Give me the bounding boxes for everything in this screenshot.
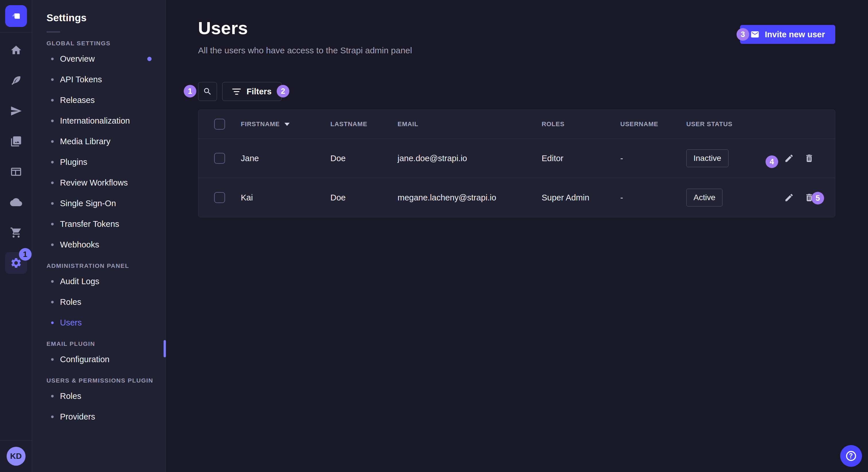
filters-button[interactable]: Filters [222, 82, 282, 101]
rail-icon-list: 1 [0, 32, 32, 274]
table-row[interactable]: Kai Doe megane.lacheny@strapi.io Super A… [198, 178, 835, 217]
column-header-user-status[interactable]: USER STATUS [676, 121, 762, 128]
sidebar-item-label: Releases [60, 96, 95, 105]
sidebar-item-review-workflows[interactable]: Review Workflows [46, 172, 158, 193]
pencil-icon [784, 154, 794, 163]
user-status-badge: Active [686, 189, 722, 206]
sidebar-item-providers[interactable]: Providers [46, 406, 158, 427]
sidebar-item-media-library[interactable]: Media Library [46, 131, 158, 152]
table-body: Jane Doe jane.doe@strapi.io Editor - Ina… [198, 138, 835, 217]
strapi-logo[interactable] [5, 5, 27, 27]
sidebar-item-label: Plugins [60, 158, 87, 167]
annotation-badge-5: 5 [811, 192, 824, 204]
sidebar-item-transfer-tokens[interactable]: Transfer Tokens [46, 214, 158, 234]
sort-desc-icon [284, 123, 290, 126]
media-library-icon[interactable] [5, 131, 27, 152]
column-header-username[interactable]: USERNAME [610, 121, 676, 128]
bullet-icon [51, 120, 54, 122]
marketplace-cart-icon[interactable] [5, 222, 27, 243]
bullet-icon [51, 58, 54, 60]
sidebar-item-list: Roles Providers [46, 386, 166, 427]
bullet-icon [51, 280, 54, 283]
sidebar-item-roles[interactable]: Roles [46, 386, 158, 406]
annotation-badge-3: 3 [737, 28, 749, 41]
bullet-icon [51, 395, 54, 398]
list-toolbar: Filters [198, 82, 282, 101]
annotation-badge-1: 1 [184, 85, 196, 98]
bullet-icon [51, 243, 54, 246]
logo-container [0, 0, 32, 32]
cell-firstname: Jane [230, 154, 320, 163]
column-header-email[interactable]: EMAIL [387, 121, 531, 128]
search-button[interactable] [198, 82, 217, 101]
edit-user-button[interactable] [783, 192, 795, 203]
delete-user-button[interactable] [803, 153, 815, 164]
bullet-icon [51, 223, 54, 225]
sidebar-item-label: API Tokens [60, 75, 102, 84]
edit-user-button[interactable] [783, 153, 795, 164]
help-button[interactable] [840, 445, 862, 467]
filter-lines-icon [232, 89, 241, 95]
sidebar-item-label: Overview [60, 54, 95, 64]
column-header-firstname[interactable]: FIRSTNAME [230, 121, 320, 128]
column-header-roles[interactable]: ROLES [531, 121, 610, 128]
sidebar-item-configuration[interactable]: Configuration [46, 349, 158, 370]
sidebar-item-label: Users [60, 318, 82, 328]
sidebar-item-list: Configuration [46, 349, 166, 370]
bullet-icon [51, 415, 54, 418]
user-avatar[interactable]: KD [7, 447, 26, 466]
cell-lastname: Doe [320, 154, 387, 163]
sidebar-section-header: GLOBAL SETTINGS [46, 40, 166, 47]
bullet-icon [51, 322, 54, 324]
sidebar-item-label: Review Workflows [60, 178, 128, 188]
sidebar-item-webhooks[interactable]: Webhooks [46, 234, 158, 255]
sidebar-item-label: Media Library [60, 137, 111, 146]
cell-lastname: Doe [320, 193, 387, 202]
cell-email: jane.doe@strapi.io [387, 154, 531, 163]
filters-label: Filters [247, 87, 272, 96]
sidebar-item-audit-logs[interactable]: Audit Logs [46, 271, 158, 292]
bullet-icon [51, 140, 54, 143]
settings-sidebar: Settings GLOBAL SETTINGS Overview API To… [32, 0, 166, 472]
sidebar-section-header: EMAIL PLUGIN [46, 340, 166, 347]
content-manager-feather-icon[interactable] [5, 70, 27, 92]
releases-plane-icon[interactable] [5, 100, 27, 122]
table-header-row: FIRSTNAME LASTNAME EMAIL ROLES USERNAME … [198, 110, 835, 138]
sidebar-item-list: Audit Logs Roles Users [46, 271, 166, 333]
rail-footer: KD [0, 440, 32, 472]
sidebar-section: USERS & PERMISSIONS PLUGIN Roles Provide… [46, 377, 166, 427]
cell-email: megane.lacheny@strapi.io [387, 193, 531, 202]
sidebar-section: GLOBAL SETTINGS Overview API Tokens Rele… [46, 40, 166, 255]
sidebar-item-label: Webhooks [60, 240, 99, 249]
sidebar-item-internationalization[interactable]: Internationalization [46, 110, 158, 131]
sidebar-item-label: Transfer Tokens [60, 220, 119, 229]
invite-new-user-button[interactable]: Invite new user [740, 25, 835, 44]
settings-notification-badge: 1 [19, 248, 32, 261]
sidebar-item-users[interactable]: Users [46, 312, 158, 333]
users-page: Users All the users who have access to t… [166, 0, 868, 472]
settings-gear-icon[interactable]: 1 [5, 252, 27, 274]
row-checkbox[interactable] [214, 153, 225, 164]
cell-roles: Super Admin [531, 193, 610, 202]
page-header: Users All the users who have access to t… [166, 0, 868, 55]
sidebar-item-roles[interactable]: Roles [46, 292, 158, 312]
sidebar-item-releases[interactable]: Releases [46, 90, 158, 110]
question-mark-icon [845, 450, 857, 462]
content-type-builder-icon[interactable] [5, 161, 27, 183]
sidebar-item-list: Overview API Tokens Releases Internation… [46, 48, 166, 255]
select-all-checkbox[interactable] [214, 119, 225, 130]
sidebar-sections: GLOBAL SETTINGS Overview API Tokens Rele… [46, 40, 166, 427]
sidebar-item-single-sign-on[interactable]: Single Sign-On [46, 193, 158, 214]
sidebar-item-plugins[interactable]: Plugins [46, 152, 158, 172]
page-subtitle: All the users who have access to the Str… [198, 45, 835, 55]
column-header-lastname[interactable]: LASTNAME [320, 121, 387, 128]
sidebar-section: ADMINISTRATION PANEL Audit Logs Roles Us… [46, 262, 166, 333]
sidebar-title: Settings [46, 12, 166, 24]
sidebar-item-overview[interactable]: Overview [46, 48, 158, 69]
table-row[interactable]: Jane Doe jane.doe@strapi.io Editor - Ina… [198, 138, 835, 178]
home-icon[interactable] [5, 39, 27, 61]
cell-roles: Editor [531, 154, 610, 163]
row-checkbox[interactable] [214, 192, 225, 203]
deployments-cloud-icon[interactable] [5, 191, 27, 213]
sidebar-item-api-tokens[interactable]: API Tokens [46, 69, 158, 90]
